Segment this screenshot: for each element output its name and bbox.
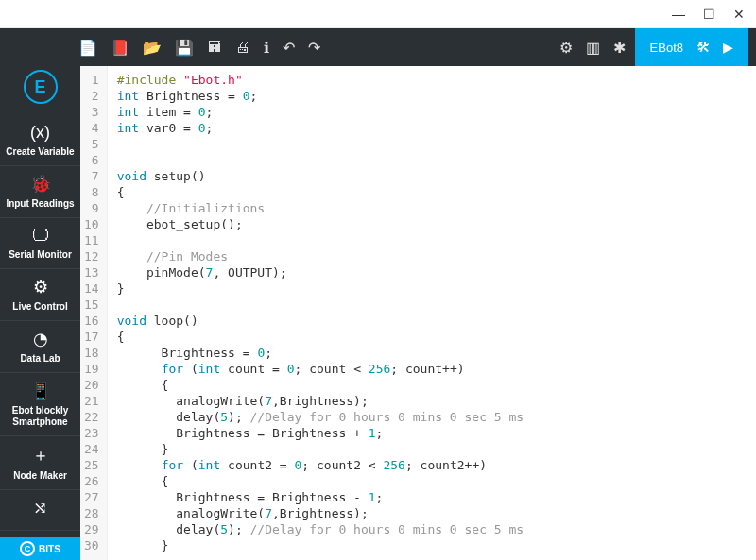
line-number: 29 xyxy=(84,521,99,537)
line-number: 27 xyxy=(84,489,99,505)
code-area[interactable]: #include "Ebot.h"int Brightness = 0;int … xyxy=(108,66,533,560)
code-line[interactable]: //Pin Modes xyxy=(117,248,524,264)
line-number: 5 xyxy=(84,136,99,152)
line-number: 7 xyxy=(84,168,99,184)
code-line[interactable]: Brightness = Brightness - 1; xyxy=(117,489,524,505)
tools-icon[interactable]: 🛠 xyxy=(696,40,710,55)
titlebar: — ☐ ✕ xyxy=(0,0,756,28)
line-number: 1 xyxy=(84,72,99,88)
toolbar-right-icons: ⚙▥✱ xyxy=(559,39,626,57)
code-line[interactable]: { xyxy=(117,473,524,489)
line-number: 11 xyxy=(84,232,99,248)
line-number: 15 xyxy=(84,297,99,313)
line-number: 21 xyxy=(84,393,99,409)
line-number: 24 xyxy=(84,441,99,457)
play-icon[interactable]: ▶ xyxy=(723,40,733,55)
code-line[interactable]: delay(5); //Delay for 0 hours 0 mins 0 s… xyxy=(117,409,524,425)
info-icon[interactable]: ℹ xyxy=(264,39,269,57)
line-number: 18 xyxy=(84,345,99,361)
project-name: EBot8 xyxy=(650,41,683,55)
code-editor[interactable]: 1234567891011121314151617181920212223242… xyxy=(80,66,756,560)
project-tab[interactable]: EBot8 🛠 ▶ xyxy=(635,28,748,66)
line-number: 10 xyxy=(84,216,99,232)
line-number: 19 xyxy=(84,361,99,377)
open-icon[interactable]: 📂 xyxy=(143,39,162,57)
close-button[interactable]: ✕ xyxy=(730,7,748,22)
line-number: 4 xyxy=(84,120,99,136)
code-line[interactable]: analogWrite(7,Brightness); xyxy=(117,505,524,521)
sidebar-icon-6: ＋ xyxy=(2,444,78,467)
code-line[interactable]: Brightness = 0; xyxy=(117,345,524,361)
code-line[interactable]: delay(5); //Delay for 0 hours 0 mins 0 s… xyxy=(117,521,524,537)
code-line[interactable]: void setup() xyxy=(117,168,524,184)
line-number: 17 xyxy=(84,329,99,345)
sidebar-item-4[interactable]: ◔Data Lab xyxy=(0,321,80,373)
sidebar-item-3[interactable]: ⚙Live Control xyxy=(0,269,80,321)
maximize-button[interactable]: ☐ xyxy=(699,7,718,22)
settings-icon[interactable]: ⚙ xyxy=(559,39,573,57)
sidebar: E (x)Create Variable🐞Input Readings🖵Seri… xyxy=(0,66,80,560)
redo-icon[interactable]: ↷ xyxy=(308,39,320,57)
sidebar-item-0[interactable]: (x)Create Variable xyxy=(0,115,80,166)
plugin-icon[interactable]: ✱ xyxy=(613,39,626,57)
line-number: 25 xyxy=(84,457,99,473)
save-all-icon[interactable]: 🖬 xyxy=(207,39,222,56)
sidebar-icon-2: 🖵 xyxy=(2,226,78,246)
line-number: 26 xyxy=(84,473,99,489)
code-line[interactable] xyxy=(117,136,524,152)
code-line[interactable] xyxy=(117,297,524,313)
code-line[interactable]: int var0 = 0; xyxy=(117,120,524,136)
code-line[interactable]: for (int count2 = 0; count2 < 256; count… xyxy=(117,457,524,473)
line-number: 22 xyxy=(84,409,99,425)
sidebar-item-7[interactable]: ⤭ xyxy=(0,490,80,531)
undo-icon[interactable]: ↶ xyxy=(283,39,295,57)
code-line[interactable]: { xyxy=(117,377,524,393)
sidebar-icon-1: 🐞 xyxy=(2,174,78,195)
minimize-button[interactable]: — xyxy=(669,7,688,22)
code-line[interactable]: } xyxy=(117,280,524,297)
new-file-icon[interactable]: 📄 xyxy=(78,39,97,57)
line-number: 23 xyxy=(84,425,99,441)
print-icon[interactable]: 🖨 xyxy=(235,39,250,56)
line-number: 13 xyxy=(84,264,99,280)
sidebar-item-6[interactable]: ＋Node Maker xyxy=(0,436,80,490)
sidebar-label-3: Live Control xyxy=(2,301,78,313)
sidebar-item-5[interactable]: 📱Ebot blockly Smartphone xyxy=(0,373,80,436)
sidebar-item-2[interactable]: 🖵Serial Monitor xyxy=(0,218,80,269)
code-line[interactable]: } xyxy=(117,537,524,553)
line-number: 30 xyxy=(84,537,99,553)
code-line[interactable]: void loop() xyxy=(117,313,524,329)
line-number: 14 xyxy=(84,280,99,297)
code-line[interactable]: { xyxy=(117,329,524,345)
line-number: 2 xyxy=(84,88,99,104)
sidebar-icon-7: ⤭ xyxy=(2,498,78,518)
app-logo[interactable]: E xyxy=(24,70,58,104)
sidebar-bits[interactable]: C BITS xyxy=(0,537,80,560)
code-line[interactable]: //Initializtions xyxy=(117,200,524,216)
code-line[interactable]: { xyxy=(117,184,524,200)
code-line[interactable] xyxy=(117,152,524,168)
code-line[interactable]: int item = 0; xyxy=(117,104,524,120)
sidebar-icon-5: 📱 xyxy=(2,381,78,401)
code-line[interactable]: int Brightness = 0; xyxy=(117,88,524,104)
sidebar-label-1: Input Readings xyxy=(2,198,78,210)
code-line[interactable] xyxy=(117,232,524,248)
sidebar-label-5: Ebot blockly Smartphone xyxy=(2,405,78,428)
line-number: 8 xyxy=(84,184,99,200)
sidebar-icon-3: ⚙ xyxy=(2,277,78,297)
code-line[interactable]: Brightness = Brightness + 1; xyxy=(117,425,524,441)
code-line[interactable]: for (int count = 0; count < 256; count++… xyxy=(117,361,524,377)
sidebar-label-0: Create Variable xyxy=(2,146,78,158)
layout-icon[interactable]: ▥ xyxy=(586,39,600,57)
code-line[interactable]: } xyxy=(117,441,524,457)
toolbar-icons: 📄📕📂💾🖬🖨ℹ↶↷ xyxy=(78,39,320,57)
code-line[interactable]: pinMode(7, OUTPUT); xyxy=(117,264,524,280)
code-line[interactable]: #include "Ebot.h" xyxy=(117,72,524,88)
code-line[interactable]: ebot_setup(); xyxy=(117,216,524,232)
line-number: 20 xyxy=(84,377,99,393)
book-icon[interactable]: 📕 xyxy=(111,39,129,57)
code-line[interactable]: analogWrite(7,Brightness); xyxy=(117,393,524,409)
sidebar-label-6: Node Maker xyxy=(2,470,78,482)
save-icon[interactable]: 💾 xyxy=(175,39,194,57)
sidebar-item-1[interactable]: 🐞Input Readings xyxy=(0,166,80,218)
